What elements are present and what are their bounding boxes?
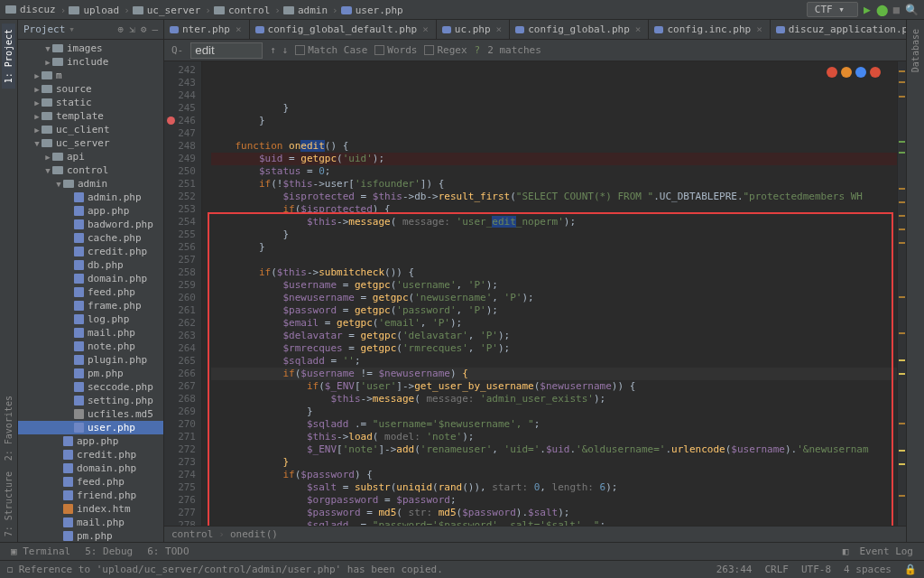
stripe-marker[interactable] (899, 296, 905, 298)
debug-icon[interactable]: ⬤ (876, 4, 888, 16)
editor-tab[interactable]: config_global_default.php× (250, 20, 437, 39)
code-editor[interactable]: 2422432442452462472482492502512522532542… (164, 61, 906, 526)
stripe-marker[interactable] (899, 373, 905, 375)
close-icon[interactable]: × (635, 23, 642, 35)
tree-file[interactable]: mail.php (18, 326, 163, 340)
editor-tab[interactable]: discuz_application.php× (771, 20, 906, 39)
tree-file[interactable]: cache.php (18, 231, 163, 245)
close-icon[interactable]: × (422, 23, 429, 35)
tree-folder[interactable]: ▼images (18, 42, 163, 55)
tree-file[interactable]: frame.php (18, 299, 163, 312)
stripe-marker[interactable] (899, 70, 905, 72)
hide-icon[interactable]: — (152, 23, 158, 35)
tree-file[interactable]: credit.php (18, 448, 163, 461)
indent-settings[interactable]: 4 spaces (844, 564, 892, 575)
stripe-marker[interactable] (899, 423, 905, 424)
tree-file[interactable]: plugin.php (18, 353, 163, 367)
tree-folder[interactable]: ▶api (18, 150, 163, 163)
tree-file[interactable]: app.php (18, 204, 163, 218)
project-tree[interactable]: ▼images▶include▶m▶source▶static▶template… (18, 40, 163, 542)
tree-file[interactable]: db.php (18, 258, 163, 272)
breadcrumb-segment[interactable]: discuz (5, 4, 56, 15)
gear-icon[interactable]: ⚙ (141, 23, 147, 35)
close-icon[interactable]: × (756, 23, 762, 35)
stripe-marker[interactable] (899, 141, 905, 143)
tree-file[interactable]: domain.php (18, 461, 163, 475)
code-area[interactable]: } } function onedit() { $uid = getgpc('u… (202, 61, 897, 526)
stripe-marker[interactable] (899, 242, 905, 244)
tree-file[interactable]: log.php (18, 312, 163, 326)
btab-debug[interactable]: 5: Debug (78, 545, 140, 557)
tree-file[interactable]: index.htm (18, 502, 163, 516)
tree-folder[interactable]: ▼control (18, 163, 163, 177)
breadcrumb-segment[interactable]: ›admin (272, 5, 328, 16)
line-gutter[interactable]: 2422432442452462472482492502512522532542… (164, 61, 202, 526)
stripe-marker[interactable] (899, 201, 905, 203)
stripe-marker[interactable] (899, 228, 905, 230)
expand-arrow-icon[interactable]: ▶ (32, 126, 42, 135)
crumb[interactable]: onedit() (230, 528, 278, 540)
expand-arrow-icon[interactable]: ▶ (43, 58, 52, 67)
tree-file[interactable]: setting.php (18, 394, 163, 407)
editor-tab[interactable]: uc.php× (437, 20, 510, 39)
breadcrumb-segment[interactable]: ›upload (58, 5, 119, 16)
vtab-project[interactable]: 1: Project (2, 23, 15, 89)
tree-folder[interactable]: ▶include (18, 55, 163, 69)
expand-arrow-icon[interactable]: ▼ (43, 166, 52, 175)
stripe-marker[interactable] (899, 96, 905, 98)
btab-terminal[interactable]: ▣ Terminal (4, 545, 78, 557)
tree-file[interactable]: user.php (18, 421, 163, 434)
tree-folder[interactable]: ▶source (18, 82, 163, 96)
tree-folder[interactable]: ▼uc_server (18, 136, 163, 150)
editor-tab[interactable]: config_global.php× (510, 20, 649, 39)
vtab-database[interactable]: Database (909, 23, 922, 78)
crumb[interactable]: control (171, 528, 213, 540)
stripe-marker[interactable] (899, 332, 905, 334)
expand-arrow-icon[interactable]: ▶ (32, 71, 42, 80)
tree-folder[interactable]: ▼admin (18, 177, 163, 191)
regex-help[interactable]: ? (475, 44, 481, 56)
breakpoint-icon[interactable] (167, 117, 175, 125)
stripe-marker[interactable] (899, 359, 905, 361)
stripe-marker[interactable] (899, 188, 905, 190)
tree-file[interactable]: pm.php (18, 529, 163, 542)
stripe-marker[interactable] (899, 495, 905, 497)
editor-tab[interactable]: config.inc.php× (649, 20, 770, 39)
editor-tab[interactable]: nter.php× (164, 20, 250, 39)
error-stripe[interactable] (897, 61, 906, 526)
stripe-marker[interactable] (899, 463, 905, 465)
tree-file[interactable]: note.php (18, 340, 163, 353)
close-icon[interactable]: × (236, 23, 242, 35)
tree-folder[interactable]: ▶uc_client (18, 123, 163, 136)
tree-file[interactable]: mail.php (18, 516, 163, 529)
stripe-marker[interactable] (899, 215, 905, 217)
stop-icon[interactable]: ■ (893, 4, 900, 16)
file-encoding[interactable]: UTF-8 (801, 564, 831, 575)
tree-file[interactable]: friend.php (18, 489, 163, 502)
tree-file[interactable]: pm.php (18, 367, 163, 380)
locate-icon[interactable]: ⊕ (118, 23, 125, 35)
tree-file[interactable]: feed.php (18, 285, 163, 299)
tree-folder[interactable]: ▶template (18, 109, 163, 123)
collapse-icon[interactable]: ⇲ (129, 23, 135, 35)
tree-file[interactable]: app.php (18, 434, 163, 448)
lock-icon[interactable]: 🔒 (904, 564, 917, 575)
expand-arrow-icon[interactable]: ▶ (43, 153, 52, 162)
expand-arrow-icon[interactable]: ▼ (43, 44, 52, 53)
search-icon[interactable]: 🔍 (905, 4, 919, 16)
tree-file[interactable]: ucfiles.md5 (18, 407, 163, 421)
tree-file[interactable]: seccode.php (18, 380, 163, 394)
stripe-marker[interactable] (899, 450, 905, 452)
breadcrumb-segment[interactable]: ›control (202, 5, 270, 16)
expand-arrow-icon[interactable]: ▶ (32, 112, 42, 121)
vtab-favorites[interactable]: 2: Favorites (2, 390, 15, 466)
expand-arrow-icon[interactable]: ▼ (54, 180, 63, 189)
stripe-marker[interactable] (899, 152, 905, 154)
tree-file[interactable]: credit.php (18, 245, 163, 258)
regex-checkbox[interactable]: Regex (424, 44, 467, 56)
event-log-icon[interactable]: ◧ (843, 545, 849, 557)
breadcrumb-segment[interactable]: ›user.php (329, 5, 403, 16)
tree-folder[interactable]: ▶m (18, 69, 163, 82)
close-icon[interactable]: × (496, 23, 503, 35)
btab-eventlog[interactable]: Event Log (852, 545, 920, 557)
